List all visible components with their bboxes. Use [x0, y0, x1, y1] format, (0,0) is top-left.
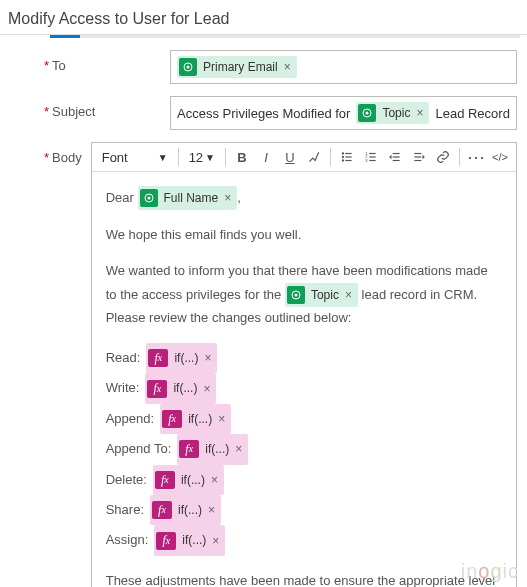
remove-icon[interactable]: ×: [211, 474, 218, 486]
svg-rect-18: [393, 160, 400, 161]
fx-icon: fx: [155, 471, 175, 489]
remove-icon[interactable]: ×: [204, 352, 211, 364]
bold-button[interactable]: B: [232, 147, 252, 167]
remove-icon[interactable]: ×: [345, 289, 352, 301]
svg-rect-7: [345, 156, 351, 157]
formula-chip[interactable]: fxif(...)×: [150, 495, 221, 525]
fx-icon: fx: [162, 410, 182, 428]
svg-point-8: [342, 159, 344, 161]
fx-icon: fx: [148, 349, 168, 367]
label-body: *Body: [0, 142, 91, 165]
privilege-row: Assign:fxif(...)×: [106, 525, 502, 555]
size-select[interactable]: 12 ▼: [185, 148, 219, 167]
svg-rect-10: [369, 153, 375, 154]
svg-rect-17: [393, 156, 400, 157]
entity-icon: [287, 286, 305, 304]
remove-icon[interactable]: ×: [218, 413, 225, 425]
privilege-label: Assign:: [106, 526, 149, 555]
privilege-label: Append To:: [106, 435, 172, 464]
entity-icon: [179, 58, 197, 76]
svg-rect-5: [345, 153, 351, 154]
entity-icon: [140, 189, 158, 207]
svg-point-3: [366, 112, 369, 115]
svg-point-23: [147, 197, 150, 200]
page-title: Modify Access to User for Lead: [0, 0, 527, 35]
privilege-row: Write:fxif(...)×: [106, 373, 502, 403]
link-button[interactable]: [433, 147, 453, 167]
indent-button[interactable]: [409, 147, 429, 167]
tag-topic[interactable]: Topic ×: [285, 283, 358, 307]
fx-icon: fx: [156, 532, 176, 550]
fx-icon: fx: [152, 501, 172, 519]
editor-toolbar: Font ▼ 12 ▼ B I U: [92, 143, 516, 172]
svg-text:3: 3: [365, 158, 368, 163]
privilege-label: Read:: [106, 344, 141, 373]
privilege-row: Append To:fxif(...)×: [106, 434, 502, 464]
svg-rect-21: [414, 160, 421, 161]
remove-icon[interactable]: ×: [416, 107, 423, 119]
remove-icon[interactable]: ×: [208, 504, 215, 516]
svg-point-25: [294, 293, 297, 296]
svg-rect-9: [345, 160, 351, 161]
underline-button[interactable]: U: [280, 147, 300, 167]
highlight-button[interactable]: [304, 147, 324, 167]
entity-icon: [358, 104, 376, 122]
privilege-row: Share:fxif(...)×: [106, 495, 502, 525]
privilege-row: Delete:fxif(...)×: [106, 465, 502, 495]
label-subject: *Subject: [0, 96, 170, 119]
remove-icon[interactable]: ×: [235, 443, 242, 455]
row-body: *Body Font ▼ 12 ▼ B I U: [0, 134, 527, 587]
row-to: *To Primary Email ×: [0, 42, 527, 88]
svg-rect-12: [369, 160, 375, 161]
privilege-row: Append:fxif(...)×: [106, 404, 502, 434]
svg-rect-16: [393, 153, 400, 154]
formula-chip[interactable]: fxif(...)×: [145, 373, 216, 403]
privilege-list: Read:fxif(...)×Write:fxif(...)×Append:fx…: [106, 343, 502, 556]
tag-full-name[interactable]: Full Name ×: [138, 186, 238, 210]
tag-topic[interactable]: Topic ×: [356, 102, 429, 124]
bullet-list-button[interactable]: [337, 147, 357, 167]
progress-bar: [50, 35, 520, 38]
remove-icon[interactable]: ×: [224, 192, 231, 204]
formula-chip[interactable]: fxif(...)×: [154, 525, 225, 555]
privilege-label: Delete:: [106, 466, 147, 495]
svg-rect-20: [414, 156, 421, 157]
svg-rect-11: [369, 156, 375, 157]
row-subject: *Subject Access Privileges Modified for …: [0, 88, 527, 134]
privilege-label: Append:: [106, 405, 154, 434]
outdent-button[interactable]: [385, 147, 405, 167]
fx-icon: fx: [147, 380, 167, 398]
privilege-label: Write:: [106, 374, 140, 403]
italic-button[interactable]: I: [256, 147, 276, 167]
editor-content[interactable]: Dear Full Name × , We hope this email fi…: [92, 172, 516, 587]
formula-chip[interactable]: fxif(...)×: [177, 434, 248, 464]
chevron-down-icon: ▼: [205, 152, 215, 163]
svg-point-1: [187, 66, 190, 69]
tag-primary-email[interactable]: Primary Email ×: [177, 56, 297, 78]
rich-text-editor: Font ▼ 12 ▼ B I U: [91, 142, 517, 587]
code-view-button[interactable]: </>: [490, 147, 510, 167]
formula-chip[interactable]: fxif(...)×: [153, 465, 224, 495]
remove-icon[interactable]: ×: [203, 383, 210, 395]
number-list-button[interactable]: 123: [361, 147, 381, 167]
to-field[interactable]: Primary Email ×: [170, 50, 517, 84]
font-select[interactable]: Font ▼: [98, 148, 172, 167]
svg-point-4: [342, 152, 344, 154]
svg-rect-19: [414, 153, 421, 154]
formula-chip[interactable]: fxif(...)×: [160, 404, 231, 434]
formula-chip[interactable]: fxif(...)×: [146, 343, 217, 373]
fx-icon: fx: [179, 440, 199, 458]
remove-icon[interactable]: ×: [212, 535, 219, 547]
subject-field[interactable]: Access Privileges Modified for Topic × L…: [170, 96, 517, 130]
label-to: *To: [0, 50, 170, 73]
more-button[interactable]: ⋯: [466, 147, 486, 167]
chevron-down-icon: ▼: [158, 152, 168, 163]
privilege-label: Share:: [106, 496, 144, 525]
remove-icon[interactable]: ×: [284, 61, 291, 73]
privilege-row: Read:fxif(...)×: [106, 343, 502, 373]
svg-point-6: [342, 156, 344, 158]
